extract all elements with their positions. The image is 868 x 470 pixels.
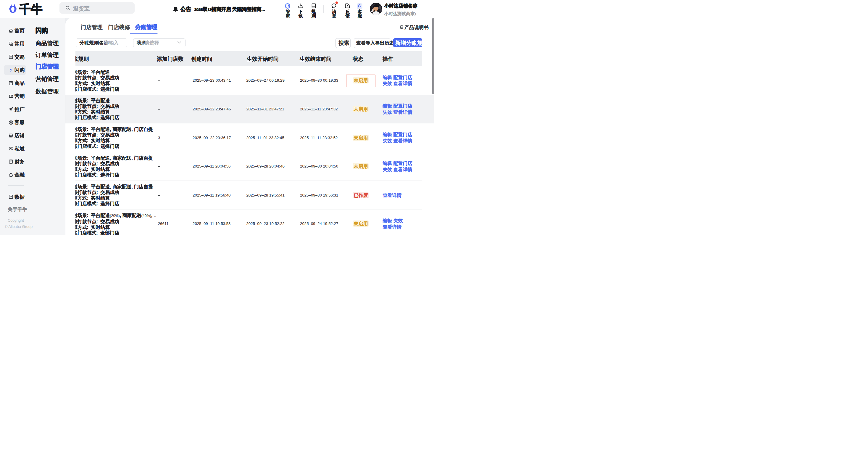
svg-text:?: ? bbox=[275, 57, 277, 61]
svg-text:?: ? bbox=[328, 57, 330, 61]
